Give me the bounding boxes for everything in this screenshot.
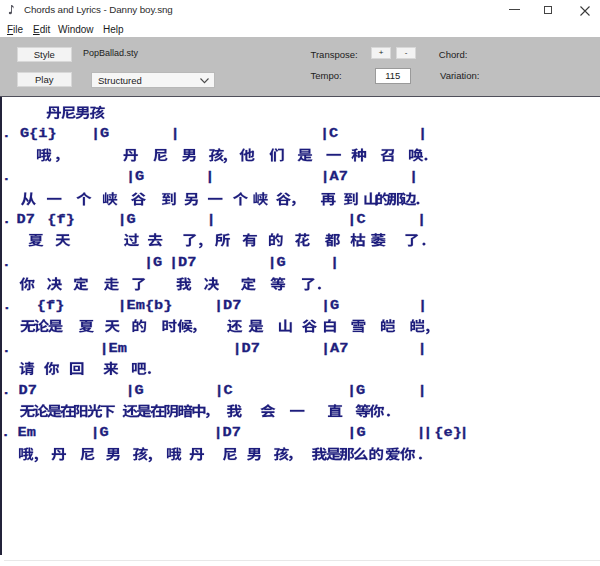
- svg-text:|G: |G: [125, 383, 143, 398]
- svg-text:D7: D7: [16, 212, 34, 227]
- svg-text:.: .: [2, 255, 11, 270]
- svg-text:|D7: |D7: [169, 255, 197, 270]
- svg-text:|G: |G: [267, 255, 285, 270]
- svg-text:|: |: [409, 169, 418, 184]
- svg-text:.: .: [2, 169, 11, 184]
- svg-text:|G: |G: [91, 126, 109, 141]
- svg-text:{e}: {e}: [434, 425, 462, 440]
- svg-text:|: |: [170, 126, 179, 141]
- svg-text:|: |: [418, 126, 427, 141]
- svg-text:.: .: [2, 126, 11, 141]
- svg-text:|: |: [205, 169, 214, 184]
- svg-text:|: |: [423, 425, 432, 440]
- svg-text:|G: |G: [90, 425, 108, 440]
- svg-text:|G: |G: [126, 169, 144, 184]
- svg-text:|G: |G: [347, 383, 365, 398]
- svg-text:|: |: [418, 298, 427, 313]
- svg-text:.: .: [2, 298, 11, 313]
- svg-text:|: |: [417, 383, 426, 398]
- svg-text:|: |: [459, 425, 468, 440]
- svg-text:|: |: [206, 212, 215, 227]
- svg-text:|G: |G: [347, 425, 365, 440]
- svg-text:|Em{b}: |Em{b}: [117, 298, 172, 313]
- svg-text:G{i}: G{i}: [20, 126, 57, 141]
- svg-text:D7: D7: [18, 383, 36, 398]
- svg-text:.: .: [1, 383, 10, 398]
- svg-text:Em: Em: [17, 425, 35, 440]
- svg-text:|D7: |D7: [232, 341, 260, 356]
- svg-text:|Em: |Em: [99, 341, 127, 356]
- svg-text:|C: |C: [320, 126, 339, 141]
- svg-text:|D7: |D7: [213, 425, 241, 440]
- svg-text:.: .: [1, 425, 10, 440]
- svg-text:{f}: {f}: [47, 212, 75, 227]
- svg-text:|: |: [417, 212, 426, 227]
- svg-text:|D7: |D7: [214, 298, 242, 313]
- svg-text:|C: |C: [214, 383, 233, 398]
- svg-text:{f}: {f}: [37, 298, 65, 313]
- svg-text:|A7: |A7: [320, 169, 348, 184]
- svg-text:|G: |G: [144, 255, 162, 270]
- svg-text:.: .: [2, 341, 11, 356]
- svg-text:|C: |C: [347, 212, 366, 227]
- svg-text:|G: |G: [117, 212, 135, 227]
- svg-text:|G: |G: [321, 298, 339, 313]
- svg-text:|: |: [417, 341, 426, 356]
- svg-text:.: .: [2, 212, 11, 227]
- svg-text:|A7: |A7: [321, 341, 349, 356]
- svg-text:|: |: [330, 255, 339, 270]
